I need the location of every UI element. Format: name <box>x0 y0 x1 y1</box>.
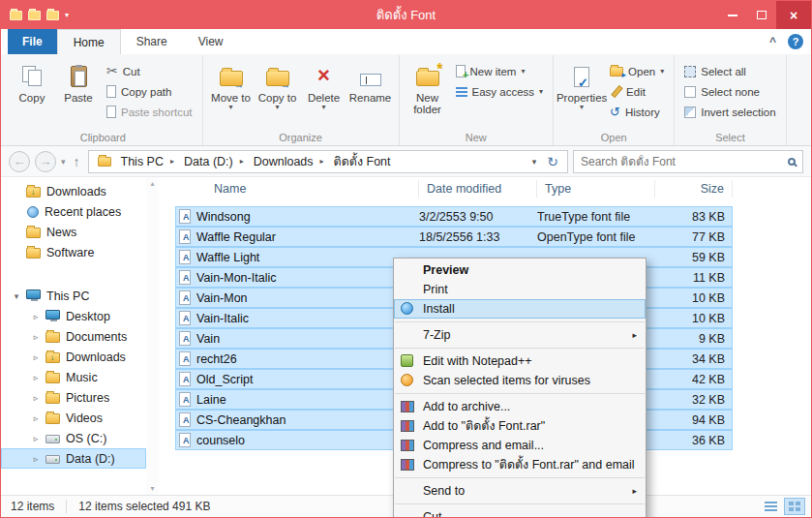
expander-arrow-icon[interactable]: ▹ <box>30 373 42 382</box>
tab-view[interactable]: View <box>183 29 239 54</box>
file-row[interactable]: Waffle Regular 18/5/2556 1:33 OpenType f… <box>175 227 733 247</box>
sidebar-item[interactable]: ▹ Documents <box>1 326 146 347</box>
sidebar-scrollbar[interactable]: ▴ ▾ <box>146 177 159 495</box>
context-menu-item[interactable]: Scan selected items for viruses ▸ <box>394 371 646 390</box>
search-input[interactable] <box>581 155 788 168</box>
sidebar-item[interactable]: ▹ Pictures <box>1 387 146 408</box>
items-count: 12 items <box>11 500 54 513</box>
refresh-button[interactable]: ↻ <box>542 154 563 169</box>
column-header-size[interactable]: Size <box>655 180 733 198</box>
context-menu-item[interactable]: Preview ▸ <box>394 260 646 280</box>
expander-arrow-icon[interactable]: ▹ <box>30 454 42 464</box>
copy-path-button[interactable]: Copy path <box>102 81 197 102</box>
sidebar-item[interactable]: ▾ This PC <box>1 286 146 306</box>
scroll-down-icon[interactable]: ▾ <box>150 484 154 493</box>
rename-button[interactable]: Rename <box>347 58 394 104</box>
expander-arrow-icon[interactable]: ▹ <box>30 434 42 443</box>
tab-home[interactable]: Home <box>57 29 121 54</box>
file-row[interactable]: Windsong 3/2/2553 9:50 TrueType font fil… <box>175 206 733 227</box>
delete-button[interactable]: × Delete ▾ <box>301 58 347 111</box>
scroll-up-icon[interactable]: ▴ <box>150 179 154 188</box>
search-box[interactable] <box>573 150 803 173</box>
column-header-name[interactable]: Name <box>175 180 419 198</box>
tab-share[interactable]: Share <box>121 29 183 54</box>
thumbnails-view-toggle[interactable] <box>784 498 805 515</box>
recent-locations-caret-icon[interactable]: ▾ <box>61 157 66 167</box>
maximize-icon <box>757 11 767 19</box>
system-menu-icon[interactable] <box>10 11 22 20</box>
easy-access-button[interactable]: Easy access ▾ <box>451 81 549 102</box>
forward-button[interactable]: → <box>35 151 56 172</box>
context-menu-item[interactable]: Add to "ติดตั้ง Font.rar" ▸ <box>394 416 646 436</box>
sidebar-item[interactable]: Recent places <box>1 201 146 222</box>
help-button[interactable]: ? <box>788 34 803 49</box>
context-menu-item[interactable]: Print ▸ <box>394 280 646 299</box>
context-menu-item[interactable]: Send to ▸ <box>394 481 646 501</box>
sidebar-item[interactable]: ▹ Music <box>1 367 146 387</box>
details-view-toggle[interactable] <box>760 498 781 515</box>
address-bar[interactable]: This PC ▸ Data (D:) ▸ Downloads ▸ ติดตั้… <box>88 150 568 173</box>
context-menu-item[interactable]: Compress to "ติดตั้ง Font.rar" and email… <box>394 455 646 474</box>
sidebar-item[interactable]: ▹ Downloads <box>1 347 146 367</box>
context-menu-item[interactable]: Compress and email... ▸ <box>394 436 646 455</box>
sidebar-item[interactable]: ▹ Data (D:) <box>1 448 146 469</box>
expander-arrow-icon[interactable]: ▾ <box>11 291 22 301</box>
downloads-folder-icon <box>45 352 60 363</box>
breadcrumb-chevron-icon[interactable]: ▸ <box>240 157 244 166</box>
copy-to-button[interactable]: Copy to ▾ <box>255 58 301 111</box>
expander-arrow-icon[interactable]: ▹ <box>30 332 42 342</box>
sidebar-item[interactable]: Downloads <box>1 181 146 201</box>
expander-arrow-icon[interactable]: ▹ <box>30 312 42 321</box>
minimize-button[interactable] <box>718 1 747 29</box>
qat-dropdown-caret-icon[interactable]: ▾ <box>65 11 69 19</box>
cut-button[interactable]: ✂ Cut <box>102 61 197 81</box>
breadcrumb-item[interactable]: This PC ▸ <box>116 155 179 168</box>
history-button[interactable]: ↺ History <box>605 102 669 122</box>
search-icon[interactable] <box>788 158 796 166</box>
context-menu-item[interactable]: Install ▸ <box>394 299 646 319</box>
paste-shortcut-button[interactable]: Paste shortcut <box>102 102 197 122</box>
open-button[interactable]: Open ▾ <box>605 61 669 81</box>
breadcrumb-item[interactable]: ติดตั้ง Font ▸ <box>329 152 396 171</box>
paste-button[interactable]: Paste <box>55 58 102 104</box>
move-to-button[interactable]: Move to ▾ <box>208 58 255 111</box>
up-button[interactable]: ↑ <box>71 154 83 169</box>
context-menu-item[interactable]: Cut ▸ <box>394 507 646 518</box>
breadcrumb-chevron-icon[interactable]: ▸ <box>320 157 324 166</box>
context-menu-item[interactable]: 7-Zip ▸ <box>394 325 646 345</box>
tab-file[interactable]: File <box>8 29 57 54</box>
close-button[interactable]: × <box>776 1 811 29</box>
invert-selection-button[interactable]: Invert selection <box>679 102 780 122</box>
context-menu-item[interactable]: Edit with Notepad++ ▸ <box>394 351 646 371</box>
expander-arrow-icon[interactable]: ▹ <box>30 413 42 423</box>
breadcrumb-chevron-icon[interactable]: ▸ <box>170 157 174 166</box>
column-header-type[interactable]: Type <box>537 180 655 198</box>
select-none-button[interactable]: Select none <box>679 81 780 102</box>
easy-access-dropdown-caret-icon: ▾ <box>539 88 543 96</box>
context-menu-item[interactable]: Add to archive... ▸ <box>394 397 646 416</box>
sidebar-item[interactable]: ▹ Desktop <box>1 306 146 326</box>
maximize-button[interactable] <box>747 1 776 29</box>
column-header-date-modified[interactable]: Date modified <box>419 180 537 198</box>
back-button[interactable]: ← <box>9 151 30 172</box>
paste-shortcut-label: Paste shortcut <box>121 107 193 118</box>
sidebar-item[interactable]: Software <box>1 242 146 262</box>
expander-arrow-icon[interactable]: ▹ <box>30 352 42 362</box>
address-dropdown-button[interactable]: ▾ <box>526 157 543 167</box>
qat-button-1[interactable] <box>28 11 41 20</box>
group-label-organize: Organize <box>203 132 399 143</box>
copy-button[interactable]: Copy <box>9 58 55 104</box>
qat-button-2[interactable] <box>46 11 59 20</box>
new-item-button[interactable]: New item ▾ <box>451 61 549 81</box>
breadcrumb-item[interactable]: Downloads ▸ <box>249 155 329 168</box>
expander-arrow-icon[interactable]: ▹ <box>30 393 42 403</box>
sidebar-item[interactable]: ▹ Videos <box>1 408 146 428</box>
edit-button[interactable]: Edit <box>605 81 669 102</box>
properties-button[interactable]: Properties ▾ <box>558 58 605 111</box>
breadcrumb-item[interactable]: Data (D:) ▸ <box>179 155 249 168</box>
new-folder-button[interactable]: New folder <box>405 58 451 115</box>
select-all-button[interactable]: Select all <box>679 61 780 81</box>
minimize-ribbon-button[interactable]: ^ <box>769 35 776 48</box>
sidebar-item[interactable]: News <box>1 222 146 242</box>
sidebar-item[interactable]: ▹ OS (C:) <box>1 428 146 448</box>
